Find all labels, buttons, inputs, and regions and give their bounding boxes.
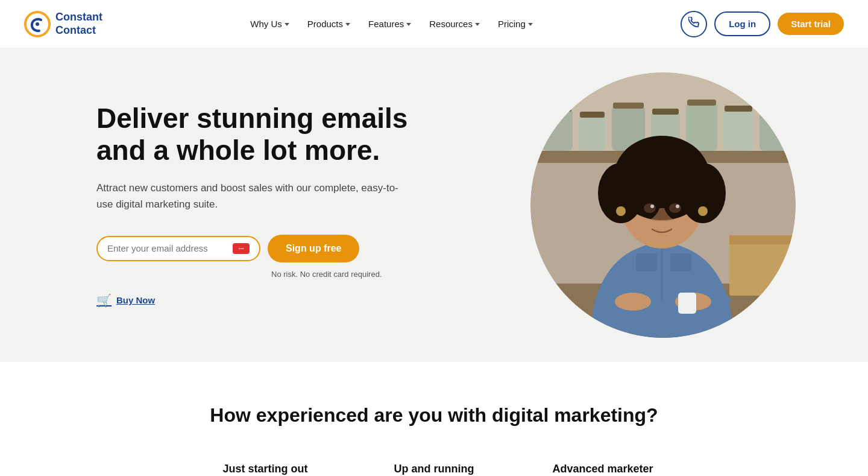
svg-rect-15 [613, 103, 644, 109]
hero-title: Deliver stunning emails and a whole lot … [96, 103, 410, 167]
svg-rect-11 [723, 109, 753, 151]
svg-point-43 [616, 206, 626, 216]
nav-links: Why Us Products Features Resources Prici… [243, 14, 539, 34]
hero-photo [530, 72, 796, 338]
cart-icon: 🛒 [96, 293, 112, 308]
chevron-icon [528, 23, 533, 26]
nav-features[interactable]: Features [361, 14, 418, 34]
svg-point-36 [641, 142, 683, 184]
hero-subtitle: Attract new customers and boost sales wi… [96, 180, 410, 212]
svg-rect-28 [678, 293, 696, 314]
exp-card-title-advanced: Advanced marketer [530, 463, 675, 475]
logo[interactable]: Constant Contact [24, 11, 102, 37]
chevron-icon [345, 23, 350, 26]
buy-now-label: Buy Now [116, 295, 155, 305]
email-input-wrap[interactable]: ··· [96, 236, 260, 261]
experience-cards: Just starting out Up and running Advance… [24, 463, 844, 476]
exp-card-title-starting: Just starting out [193, 463, 338, 475]
email-input[interactable] [107, 243, 228, 253]
logo-icon [24, 11, 51, 37]
svg-rect-17 [687, 100, 716, 106]
exp-card-starting[interactable]: Just starting out [181, 463, 350, 476]
hero-content: Deliver stunning emails and a whole lot … [96, 103, 410, 307]
chevron-icon [406, 23, 411, 26]
svg-rect-21 [729, 241, 796, 296]
svg-point-26 [615, 293, 651, 311]
svg-rect-10 [686, 103, 717, 151]
svg-rect-16 [652, 109, 679, 115]
hero-form: ··· Sign up free [96, 235, 410, 262]
svg-rect-13 [544, 106, 571, 112]
nav-pricing[interactable]: Pricing [491, 14, 540, 34]
nav-resources[interactable]: Resources [422, 14, 487, 34]
chevron-icon [475, 23, 480, 26]
phone-icon [688, 17, 699, 31]
phone-button[interactable] [681, 11, 707, 37]
svg-rect-22 [729, 235, 796, 244]
svg-rect-18 [725, 106, 752, 112]
exp-card-advanced[interactable]: Advanced marketer [518, 463, 687, 476]
hero-image [530, 72, 796, 338]
no-risk-text: No risk. No credit card required. [271, 270, 410, 279]
exp-card-running[interactable]: Up and running [350, 463, 518, 476]
svg-point-41 [650, 205, 654, 208]
chevron-icon [285, 23, 289, 26]
nav-actions: Log in Start trial [681, 11, 844, 37]
buy-now-link[interactable]: 🛒 Buy Now [96, 293, 410, 308]
hero-section: Deliver stunning emails and a whole lot … [0, 48, 868, 362]
navbar: Constant Contact Why Us Products Feature… [0, 0, 868, 48]
experience-section: How experienced are you with digital mar… [0, 362, 868, 476]
svg-rect-6 [542, 109, 573, 151]
svg-point-44 [698, 206, 708, 216]
svg-point-42 [676, 205, 679, 208]
svg-rect-7 [579, 115, 606, 151]
section2-title: How experienced are you with digital mar… [24, 404, 844, 427]
svg-point-1 [36, 22, 39, 26]
svg-rect-14 [580, 112, 605, 118]
start-trial-button[interactable]: Start trial [778, 13, 844, 35]
signup-button[interactable]: Sign up free [268, 235, 359, 262]
svg-point-40 [669, 203, 681, 213]
svg-rect-12 [760, 112, 796, 151]
logo-text: Constant Contact [55, 11, 102, 37]
exp-card-title-running: Up and running [362, 463, 506, 475]
svg-rect-24 [636, 253, 657, 271]
nav-why-us[interactable]: Why Us [243, 14, 297, 34]
sms-icon: ··· [233, 243, 250, 254]
svg-rect-25 [670, 253, 691, 271]
nav-products[interactable]: Products [300, 14, 357, 34]
svg-point-39 [644, 203, 656, 213]
login-button[interactable]: Log in [714, 11, 770, 36]
